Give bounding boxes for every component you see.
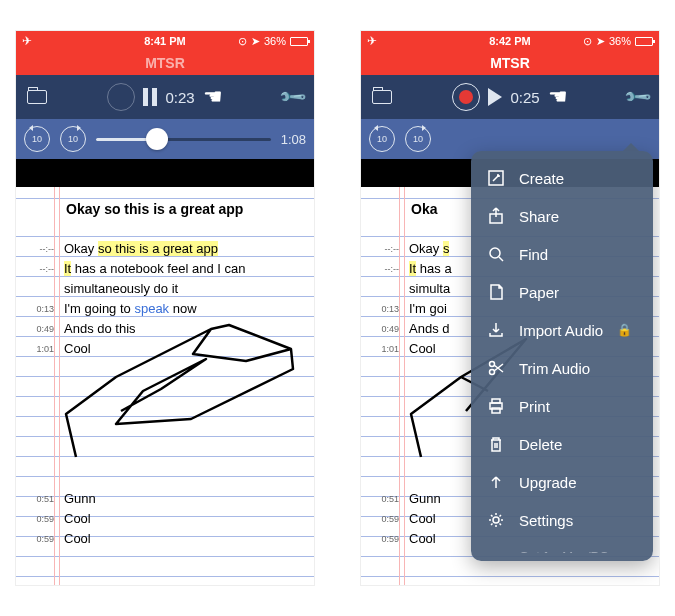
scrub-bar: 10 10 1:08: [16, 119, 314, 159]
timestamp: --:--: [16, 239, 60, 259]
timestamp: 1:01: [16, 339, 60, 359]
note-text[interactable]: Cool: [60, 509, 314, 529]
tools-button[interactable]: 🔧: [277, 81, 308, 112]
airplane-icon: ✈: [367, 34, 377, 48]
note-line[interactable]: 0:13I'm going to speak now: [16, 299, 314, 319]
battery-icon: [635, 37, 653, 46]
status-time: 8:41 PM: [144, 35, 186, 47]
status-bar: ✈ 8:41 PM ⊙ ➤ 36%: [16, 31, 314, 51]
timestamp: 0:13: [16, 299, 60, 319]
print-icon: [487, 397, 505, 415]
black-strip: [16, 159, 314, 187]
menu-item-settings[interactable]: Settings: [471, 501, 653, 539]
play-button[interactable]: [488, 88, 502, 106]
menu-item-import[interactable]: Import Audio🔒: [471, 311, 653, 349]
airplane-icon: ✈: [22, 34, 32, 48]
note-text[interactable]: I'm going to speak now: [60, 299, 314, 319]
note-line[interactable]: 0:59Cool: [16, 529, 314, 549]
menu-item-create[interactable]: Create: [471, 159, 653, 197]
menu-item-find[interactable]: Find: [471, 235, 653, 273]
menu-item-label: Print: [519, 398, 550, 415]
menu-item-label: Delete: [519, 436, 562, 453]
folder-button[interactable]: [371, 86, 393, 108]
location-icon: ➤: [251, 35, 260, 48]
find-icon: [487, 245, 505, 263]
svg-rect-7: [492, 408, 500, 413]
timestamp: 0:59: [16, 529, 60, 549]
tools-dropdown: CreateShareFindPaperImport Audio🔒Trim Au…: [471, 151, 653, 561]
menu-item-label: Paper: [519, 284, 559, 301]
svg-point-8: [493, 517, 499, 523]
skip-forward-button[interactable]: 10: [60, 126, 86, 152]
menu-item-delete[interactable]: Delete: [471, 425, 653, 463]
menu-item-label: Trim Audio: [519, 360, 590, 377]
settings-icon: [487, 511, 505, 529]
timestamp: 0:59: [16, 509, 60, 529]
note-line[interactable]: simultaneously do it: [16, 279, 314, 299]
hand-cursor-icon: ☚: [548, 84, 568, 110]
menu-item-share[interactable]: Share: [471, 197, 653, 235]
record-button[interactable]: [452, 83, 480, 111]
hand-cursor-icon: ☚: [203, 84, 223, 110]
trim-icon: [487, 359, 505, 377]
note-line[interactable]: 0:49Ands do this: [16, 319, 314, 339]
import-icon: [487, 321, 505, 339]
note-text[interactable]: Okay so this is a great app: [60, 239, 314, 259]
skip-back-button[interactable]: 10: [369, 126, 395, 152]
svg-rect-6: [492, 399, 500, 403]
skip-forward-button[interactable]: 10: [405, 126, 431, 152]
status-bar: ✈ 8:42 PM ⊙ ➤ 36%: [361, 31, 659, 51]
toolbar: 0:23 ☚ 🔧: [16, 75, 314, 119]
share-icon: [487, 207, 505, 225]
menu-item-paper[interactable]: Paper: [471, 273, 653, 311]
screen-right: ✈ 8:42 PM ⊙ ➤ 36% MTSR 0:25 ☚ 🔧 10 10 Ok…: [360, 30, 660, 586]
create-icon: [487, 169, 505, 187]
toolbar: 0:25 ☚ 🔧: [361, 75, 659, 119]
timestamp: 1:01: [361, 339, 405, 359]
battery-pct: 36%: [264, 35, 286, 47]
note-heading: Okay so this is a great app: [16, 201, 314, 217]
note-line[interactable]: --:--It has a notebook feel and I can: [16, 259, 314, 279]
timestamp: 0:49: [16, 319, 60, 339]
alarm-icon: ⊙: [238, 35, 247, 48]
note-line[interactable]: --:--Okay so this is a great app: [16, 239, 314, 259]
tools-button[interactable]: 🔧: [622, 81, 653, 112]
note-text[interactable]: Ands do this: [60, 319, 314, 339]
note-line[interactable]: 0:51Gunn: [16, 489, 314, 509]
pause-button[interactable]: [143, 88, 157, 106]
timestamp: [16, 279, 60, 299]
menu-item-cutoff[interactable]: Get for Mac/PC: [471, 539, 653, 553]
title-bar: MTSR: [361, 51, 659, 75]
paper-icon: [487, 283, 505, 301]
upgrade-icon: [487, 473, 505, 491]
timestamp: 0:49: [361, 319, 405, 339]
timestamp: --:--: [361, 239, 405, 259]
timestamp: --:--: [361, 259, 405, 279]
status-time: 8:42 PM: [489, 35, 531, 47]
menu-item-upgrade[interactable]: Upgrade: [471, 463, 653, 501]
folder-button[interactable]: [26, 86, 48, 108]
timestamp: 0:59: [361, 529, 405, 549]
menu-item-label: Share: [519, 208, 559, 225]
battery-icon: [290, 37, 308, 46]
title-bar: MTSR: [16, 51, 314, 75]
note-text[interactable]: Cool: [60, 339, 314, 359]
scrub-slider[interactable]: [96, 138, 271, 141]
note-text[interactable]: simultaneously do it: [60, 279, 314, 299]
notebook[interactable]: Okay so this is a great app --:--Okay so…: [16, 187, 314, 585]
skip-back-button[interactable]: 10: [24, 126, 50, 152]
screen-left: ✈ 8:41 PM ⊙ ➤ 36% MTSR 0:23 ☚ 🔧 10 10 1:…: [15, 30, 315, 586]
menu-item-label: Import Audio: [519, 322, 603, 339]
note-text[interactable]: Cool: [60, 529, 314, 549]
alarm-icon: ⊙: [583, 35, 592, 48]
timestamp: 0:51: [361, 489, 405, 509]
menu-item-print[interactable]: Print: [471, 387, 653, 425]
timestamp: 0:51: [16, 489, 60, 509]
record-button[interactable]: [107, 83, 135, 111]
menu-item-trim[interactable]: Trim Audio: [471, 349, 653, 387]
note-line[interactable]: 0:59Cool: [16, 509, 314, 529]
note-text[interactable]: Gunn: [60, 489, 314, 509]
note-text[interactable]: It has a notebook feel and I can: [60, 259, 314, 279]
elapsed-time: 0:25: [510, 89, 539, 106]
note-line[interactable]: 1:01Cool: [16, 339, 314, 359]
